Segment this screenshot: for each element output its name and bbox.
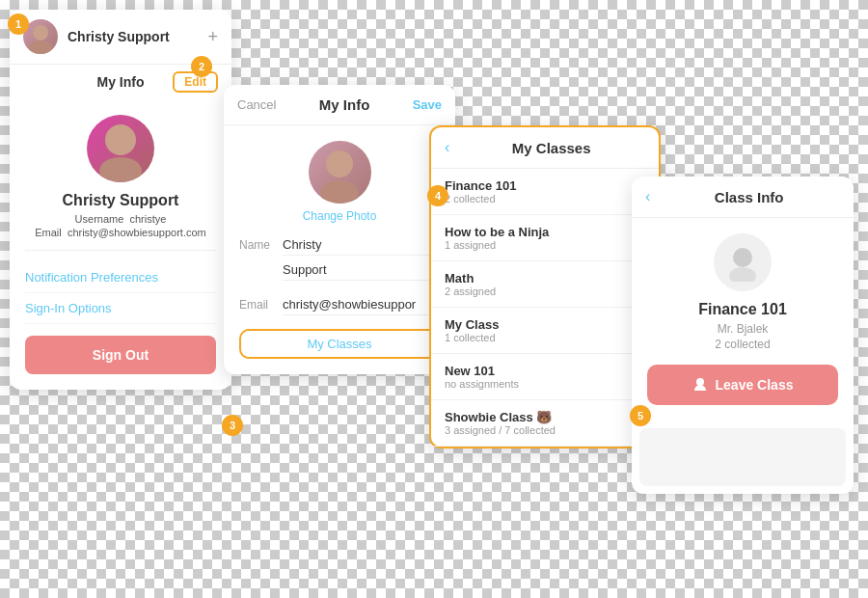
step-badge-1: 1 (8, 14, 29, 35)
class-teacher: Mr. Bjalek (647, 322, 838, 336)
class-item-sub: 2 collected (445, 193, 516, 204)
step-badge-3: 3 (222, 415, 243, 436)
class-item-name: New 101 (445, 364, 519, 378)
cancel-button[interactable]: Cancel (237, 97, 276, 112)
first-name-field[interactable]: Christy (283, 234, 440, 256)
svg-point-6 (733, 248, 752, 267)
svg-point-3 (99, 157, 142, 182)
username-meta: Username christye (25, 213, 216, 225)
name-label: Name (239, 234, 283, 252)
signin-options-link[interactable]: Sign-In Options (25, 293, 216, 324)
svg-point-5 (320, 180, 359, 204)
email-value: christy@showbiesupport.com (68, 227, 206, 238)
edit-avatar (309, 141, 371, 204)
class-item-name: Math (445, 271, 496, 285)
class-list: Finance 101 2 collected How to be a Ninj… (431, 169, 659, 447)
class-name: Finance 101 (647, 301, 838, 318)
email-values: christy@showbiesuppor (283, 294, 440, 319)
email-row: Email christy@showbiesuppor (239, 294, 440, 319)
class-item-sub: 3 assigned / 7 collected (445, 424, 556, 436)
my-classes-link[interactable]: My Classes (239, 329, 440, 359)
username-value: christye (129, 213, 166, 225)
class-collected: 2 collected (647, 338, 838, 351)
back-arrow-icon[interactable]: ‹ (445, 139, 449, 156)
svg-point-4 (326, 150, 353, 177)
notification-preferences-link[interactable]: Notification Preferences (25, 262, 216, 293)
edit-card-body: Change Photo Name Christy Support Email … (224, 125, 455, 374)
email-label: Email (35, 227, 62, 238)
username-label: Username (75, 213, 124, 225)
leave-class-label: Leave Class (716, 377, 794, 393)
class-list-item[interactable]: New 101 no assignments (431, 354, 659, 400)
divider (25, 250, 216, 251)
edit-card-title: My Info (319, 96, 370, 113)
class-avatar (714, 233, 772, 291)
email-form-label: Email (239, 294, 283, 312)
email-meta: Email christy@showbiesupport.com (25, 227, 216, 238)
my-classes-header: ‹ My Classes (431, 127, 659, 169)
step-badge-2: 2 (191, 56, 212, 77)
class-item-sub: 1 assigned (445, 239, 549, 251)
leave-class-button[interactable]: Leave Class (647, 365, 838, 405)
svg-point-0 (33, 25, 48, 41)
my-info-label: My Info (97, 74, 145, 90)
sign-out-button[interactable]: Sign Out (25, 336, 216, 374)
class-item-sub: no assignments (445, 378, 519, 390)
class-info-back-icon[interactable]: ‹ (645, 188, 650, 205)
save-button[interactable]: Save (413, 97, 442, 112)
edit-my-info-card: Cancel My Info Save Change Photo Name Ch… (224, 85, 455, 374)
class-list-item[interactable]: Showbie Class 🐻 3 assigned / 7 collected… (431, 400, 659, 447)
svg-point-7 (729, 267, 756, 282)
class-item-name: My Class (445, 317, 499, 332)
class-info-header: ‹ Class Info (632, 177, 854, 218)
class-item-name: Finance 101 (445, 178, 516, 193)
name-values: Christy Support (283, 234, 440, 285)
svg-point-8 (696, 378, 704, 386)
class-item-sub: 1 collected (445, 332, 499, 343)
my-classes-title: My Classes (457, 140, 645, 156)
class-info-title: Class Info (658, 189, 840, 205)
class-item-sub: 2 assigned (445, 285, 496, 297)
step-badge-4: 4 (427, 185, 448, 206)
card1-body: Christy Support Username christye Email … (10, 99, 231, 390)
class-info-footer-area (639, 428, 846, 486)
user-avatar (87, 115, 154, 182)
edit-card-header: Cancel My Info Save (224, 85, 455, 125)
name-row: Name Christy Support (239, 234, 440, 285)
class-item-name: How to be a Ninja (445, 225, 549, 239)
class-info-body: Finance 101 Mr. Bjalek 2 collected Leave… (632, 218, 854, 421)
class-info-card: ‹ Class Info Finance 101 Mr. Bjalek 2 co… (632, 177, 854, 494)
class-item-name: Showbie Class 🐻 (445, 410, 556, 424)
class-list-item[interactable]: How to be a Ninja 1 assigned (431, 215, 659, 261)
my-classes-card: ‹ My Classes Finance 101 2 collected How… (429, 125, 661, 448)
class-list-item[interactable]: My Class 1 collected (431, 308, 659, 354)
change-photo-link[interactable]: Change Photo (239, 209, 440, 223)
email-field[interactable]: christy@showbiesuppor (283, 294, 440, 315)
class-list-item[interactable]: Math 2 assigned (431, 261, 659, 308)
header-user-name: Christy Support (68, 29, 198, 44)
svg-point-2 (105, 124, 136, 155)
user-name: Christy Support (25, 192, 216, 209)
svg-point-1 (29, 41, 52, 54)
step-badge-5: 5 (630, 405, 651, 426)
last-name-field[interactable]: Support (283, 259, 440, 281)
class-list-item[interactable]: Finance 101 2 collected (431, 169, 659, 215)
add-button[interactable]: + (207, 27, 218, 47)
